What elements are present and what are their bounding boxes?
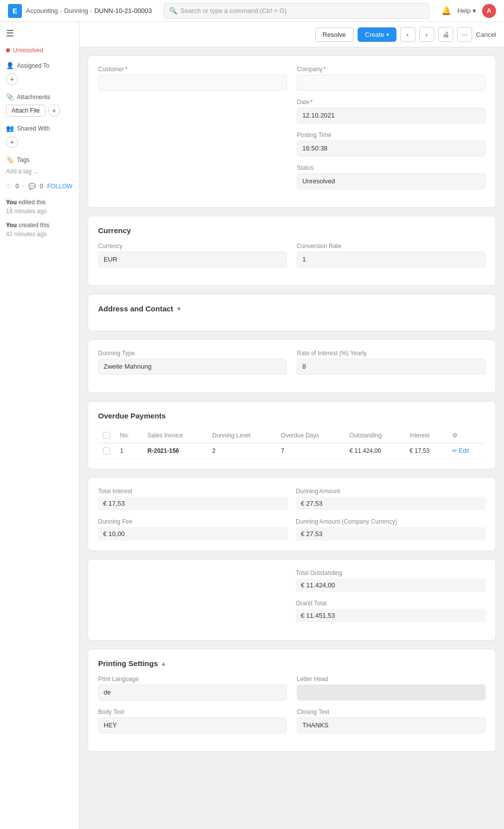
print-button[interactable]: 🖨: [438, 27, 453, 42]
total-interest-value: € 17,53: [98, 497, 288, 510]
comment-icon[interactable]: 💬: [28, 183, 36, 190]
create-button[interactable]: Create ▾: [358, 27, 396, 42]
attachments-section: 📎 Attachments Attach File +: [6, 93, 73, 117]
activity-entry-edited: You edited this 18 minutes ago: [6, 198, 73, 216]
search-placeholder: Search or type a command (Ctrl + G): [180, 7, 287, 14]
dunning-type-row: Dunning Type Zweite Mahnung Rate of Inte…: [98, 350, 486, 383]
breadcrumb-dunning[interactable]: Dunning: [64, 7, 88, 14]
print-language-group: Print Language de: [98, 676, 287, 700]
attach-file-add-button[interactable]: +: [48, 105, 60, 117]
closing-text-label: Closing Text: [297, 708, 486, 715]
dunning-amount-company-value: € 27,53: [296, 527, 486, 541]
content-body: Customer* Company* Da: [80, 47, 504, 760]
resolve-button[interactable]: Resolve: [315, 27, 354, 42]
search-bar[interactable]: 🔍 Search or type a command (Ctrl + G): [164, 3, 429, 19]
printing-collapse-icon[interactable]: ▴: [162, 660, 165, 667]
grand-total-grid: Total Outstanding € 11.424,00 Grand Tota…: [98, 569, 486, 630]
dunning-type-card: Dunning Type Zweite Mahnung Rate of Inte…: [88, 339, 496, 393]
person-icon: 👤: [6, 62, 14, 69]
currency-section-title: Currency: [98, 226, 486, 235]
currency-label: Currency: [98, 243, 287, 250]
grand-total-left: [98, 569, 288, 630]
closing-text-field[interactable]: THANKS: [297, 717, 486, 733]
col-outstanding: Outstanding: [345, 428, 405, 443]
likes-count: 0: [15, 183, 19, 190]
dunning-fee-item: Dunning Fee € 10,00: [98, 518, 288, 541]
attach-file-button[interactable]: Attach File: [6, 105, 45, 117]
letter-head-field[interactable]: [297, 685, 486, 700]
dunning-amount-label: Dunning Amount: [296, 488, 486, 495]
row-edit: ✏ Edit: [447, 443, 486, 459]
checkbox-header: [98, 428, 115, 443]
activity-time-1: 18 minutes ago: [6, 208, 47, 215]
breadcrumb-accounting[interactable]: Accounting: [26, 7, 58, 14]
overdue-section-title: Overdue Payments: [98, 412, 486, 420]
customer-field[interactable]: [98, 75, 287, 91]
tags-section: 🏷️ Tags Add a tag ...: [6, 156, 73, 175]
prev-button[interactable]: ‹: [400, 27, 415, 42]
row-interest: € 17,53: [404, 443, 447, 459]
main-form-card: Customer* Company* Da: [88, 55, 496, 208]
date-group-placeholder: [98, 99, 287, 124]
dunning-amount-item: Dunning Amount € 27,53: [296, 488, 486, 510]
status-text: Unresolved: [13, 47, 43, 54]
menu-icon[interactable]: ☰: [6, 28, 73, 39]
grand-total-item: Grand Total € 11.451,53: [296, 600, 486, 622]
status-badge: Unresolved: [6, 47, 73, 54]
customer-company-row: Customer* Company*: [98, 66, 486, 99]
chevron-left-icon: ‹: [406, 31, 408, 38]
conversion-rate-field[interactable]: 1: [297, 252, 486, 268]
assigned-to-label: Assigned To: [17, 62, 49, 69]
table-settings-icon[interactable]: ⚙: [452, 432, 458, 439]
printing-settings-card: Printing Settings ▴ Print Language de Le…: [88, 649, 496, 752]
notification-bell-icon[interactable]: 🔔: [441, 6, 451, 15]
rate-group: Rate of Interest (%) Yearly 8: [297, 350, 486, 375]
date-label: Date*: [297, 99, 486, 106]
like-icon[interactable]: ♡: [6, 183, 11, 190]
attachments-label: Attachments: [17, 94, 50, 101]
col-interest: Interest: [404, 428, 447, 443]
date-group: Date* 12.10.2021: [297, 99, 486, 124]
activity-actor-2: You: [6, 222, 17, 229]
status-field[interactable]: Unresolved: [297, 173, 486, 189]
printing-section-title: Printing Settings ▴: [98, 659, 486, 668]
posting-time-placeholder: [98, 132, 287, 156]
assigned-to-add-button[interactable]: +: [6, 73, 18, 85]
rate-label: Rate of Interest (%) Yearly: [297, 350, 486, 357]
add-tag-input[interactable]: Add a tag ...: [6, 168, 38, 175]
dunning-type-field[interactable]: Zweite Mahnung: [98, 359, 287, 375]
help-button[interactable]: Help ▾: [457, 7, 476, 14]
follow-button[interactable]: FOLLOW: [47, 183, 73, 190]
posting-time-group: Posting Time 16:50:38: [297, 132, 486, 156]
address-collapse-icon[interactable]: ▾: [177, 305, 180, 312]
dunning-fee-value: € 10,00: [98, 527, 288, 541]
body-text-group: Body Text HEY: [98, 708, 287, 733]
customer-label: Customer*: [98, 66, 287, 73]
dunning-fee-label: Dunning Fee: [98, 518, 288, 525]
activity-action-1: edited this: [18, 199, 46, 206]
currency-field[interactable]: EUR: [98, 252, 287, 268]
company-label: Company*: [297, 66, 486, 73]
company-group: Company*: [297, 66, 486, 91]
dunning-amount-company-item: Dunning Amount (Company Currency) € 27,5…: [296, 518, 486, 541]
edit-link[interactable]: ✏ Edit: [452, 447, 481, 454]
address-contact-card: Address and Contact ▾: [88, 294, 496, 331]
more-options-button[interactable]: ···: [457, 27, 472, 42]
row-dunning-level: 2: [207, 443, 276, 459]
posting-time-field[interactable]: 16:50:38: [297, 140, 486, 156]
print-language-field[interactable]: de: [98, 685, 287, 700]
avatar[interactable]: A: [482, 4, 496, 18]
next-button[interactable]: ›: [419, 27, 434, 42]
date-field[interactable]: 12.10.2021: [297, 108, 486, 124]
document-toolbar: Resolve Create ▾ ‹ › 🖨 ··· Cancel: [80, 22, 504, 47]
sidebar-activity: You edited this 18 minutes ago You creat…: [6, 198, 73, 239]
status-row: Status Unresolved: [98, 164, 486, 197]
shared-with-label: Shared With: [17, 125, 50, 132]
total-outstanding-value: € 11.424,00: [296, 578, 486, 592]
body-text-field[interactable]: HEY: [98, 717, 287, 733]
company-field[interactable]: [297, 75, 486, 91]
topnav-actions: 🔔 Help ▾ A: [441, 4, 496, 18]
shared-with-add-button[interactable]: +: [6, 136, 18, 148]
rate-field[interactable]: 8: [297, 359, 486, 375]
cancel-button[interactable]: Cancel: [476, 31, 496, 38]
